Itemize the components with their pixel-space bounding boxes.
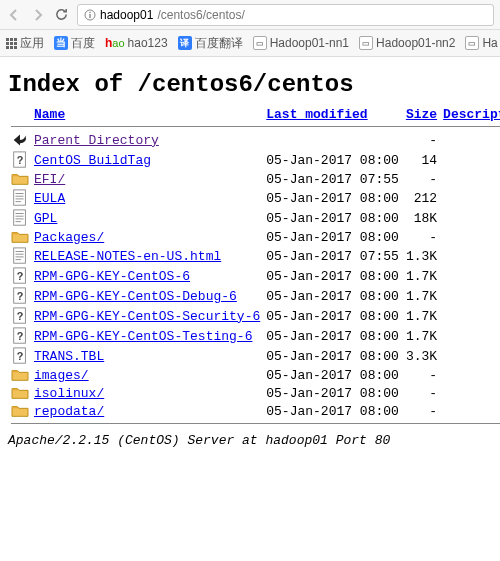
svg-point-1 <box>89 11 91 13</box>
bookmark-baidu-fanyi[interactable]: 译百度翻译 <box>178 35 243 52</box>
doc-icon: ▭ <box>465 36 479 50</box>
size: 18K <box>402 208 440 228</box>
last-modified: 05-Jan-2017 08:00 <box>263 188 402 208</box>
size: 1.7K <box>402 286 440 306</box>
size: - <box>402 366 440 384</box>
directory-listing: Name Last modified Size Description Pare… <box>8 106 500 427</box>
last-modified: 05-Jan-2017 08:00 <box>263 266 402 286</box>
bookmark-label: Hadoop01-nn1 <box>270 36 349 50</box>
page-title: Index of /centos6/centos <box>8 71 492 98</box>
size: 1.7K <box>402 306 440 326</box>
apps-label: 应用 <box>20 35 44 52</box>
description <box>440 366 500 384</box>
browser-toolbar: hadoop01/centos6/centos/ <box>0 0 500 30</box>
unknown-icon: ? <box>8 346 31 366</box>
last-modified: 05-Jan-2017 08:00 <box>263 384 402 402</box>
svg-rect-15 <box>14 248 26 263</box>
table-row: ?RPM-GPG-KEY-CentOS-Debug-605-Jan-2017 0… <box>8 286 500 306</box>
file-link[interactable]: RPM-GPG-KEY-CentOS-Debug-6 <box>34 289 237 304</box>
header-row: Name Last modified Size Description <box>8 106 500 123</box>
description <box>440 346 500 366</box>
last-modified: 05-Jan-2017 08:00 <box>263 402 402 420</box>
bookmark-hadoop-nn1[interactable]: ▭Hadoop01-nn1 <box>253 36 349 50</box>
sort-description[interactable]: Description <box>443 107 500 122</box>
size: - <box>402 384 440 402</box>
text-icon <box>8 208 31 228</box>
size: - <box>402 170 440 188</box>
table-row: EULA05-Jan-2017 08:00212 <box>8 188 500 208</box>
svg-text:?: ? <box>17 310 24 322</box>
file-link[interactable]: CentOS_BuildTag <box>34 153 151 168</box>
file-link[interactable]: Parent Directory <box>34 133 159 148</box>
table-row: repodata/05-Jan-2017 08:00- <box>8 402 500 420</box>
file-link[interactable]: isolinux/ <box>34 386 104 401</box>
description <box>440 246 500 266</box>
file-link[interactable]: EULA <box>34 191 65 206</box>
last-modified: 05-Jan-2017 08:00 <box>263 366 402 384</box>
table-row: Packages/05-Jan-2017 08:00- <box>8 228 500 246</box>
folder-icon <box>8 228 31 246</box>
size: 1.7K <box>402 326 440 346</box>
bookmark-label: 百度翻译 <box>195 35 243 52</box>
size: 1.3K <box>402 246 440 266</box>
table-row: GPL05-Jan-2017 08:0018K <box>8 208 500 228</box>
file-link[interactable]: images/ <box>34 368 89 383</box>
file-link[interactable]: RPM-GPG-KEY-CentOS-6 <box>34 269 190 284</box>
bookmark-hadoop-nn2[interactable]: ▭Hadoop01-nn2 <box>359 36 455 50</box>
back-icon <box>8 130 31 150</box>
last-modified: 05-Jan-2017 08:00 <box>263 306 402 326</box>
description <box>440 266 500 286</box>
svg-text:?: ? <box>17 270 24 282</box>
size: 1.7K <box>402 266 440 286</box>
table-row: ?RPM-GPG-KEY-CentOS-605-Jan-2017 08:001.… <box>8 266 500 286</box>
svg-rect-5 <box>14 190 26 205</box>
folder-icon <box>8 170 31 188</box>
bookmark-baidu[interactable]: 当百度 <box>54 35 95 52</box>
sort-last-modified[interactable]: Last modified <box>266 107 367 122</box>
file-link[interactable]: GPL <box>34 211 57 226</box>
table-row: EFI/05-Jan-2017 07:55- <box>8 170 500 188</box>
table-row: RELEASE-NOTES-en-US.html05-Jan-2017 07:5… <box>8 246 500 266</box>
unknown-icon: ? <box>8 266 31 286</box>
file-link[interactable]: RPM-GPG-KEY-CentOS-Security-6 <box>34 309 260 324</box>
folder-icon <box>8 384 31 402</box>
last-modified: 05-Jan-2017 08:00 <box>263 326 402 346</box>
file-link[interactable]: Packages/ <box>34 230 104 245</box>
bookmark-label: Ha <box>482 36 497 50</box>
unknown-icon: ? <box>8 306 31 326</box>
file-link[interactable]: RPM-GPG-KEY-CentOS-Testing-6 <box>34 329 252 344</box>
table-row: images/05-Jan-2017 08:00- <box>8 366 500 384</box>
page-info-icon[interactable] <box>84 9 96 21</box>
file-link[interactable]: TRANS.TBL <box>34 349 104 364</box>
unknown-icon: ? <box>8 286 31 306</box>
bookmark-ha-truncated[interactable]: ▭Ha <box>465 36 497 50</box>
svg-text:?: ? <box>17 330 24 342</box>
last-modified: 05-Jan-2017 08:00 <box>263 150 402 170</box>
forward-button[interactable] <box>30 7 46 23</box>
back-button[interactable] <box>6 7 22 23</box>
file-link[interactable]: repodata/ <box>34 404 104 419</box>
hao123-icon: hao <box>105 36 125 50</box>
bookmark-hao123[interactable]: haohao123 <box>105 36 168 50</box>
server-signature: Apache/2.2.15 (CentOS) Server at hadoop0… <box>8 433 492 448</box>
unknown-icon: ? <box>8 326 31 346</box>
description <box>440 228 500 246</box>
apps-button[interactable]: 应用 <box>6 35 44 52</box>
description <box>440 208 500 228</box>
last-modified: 05-Jan-2017 08:00 <box>263 228 402 246</box>
table-row: ?TRANS.TBL05-Jan-2017 08:003.3K <box>8 346 500 366</box>
file-link[interactable]: EFI/ <box>34 172 65 187</box>
url-bar[interactable]: hadoop01/centos6/centos/ <box>77 4 494 26</box>
svg-rect-2 <box>89 14 90 18</box>
last-modified <box>263 130 402 150</box>
description <box>440 130 500 150</box>
reload-button[interactable] <box>54 7 69 22</box>
url-host: hadoop01 <box>100 8 153 22</box>
sort-name[interactable]: Name <box>34 107 65 122</box>
size: - <box>402 130 440 150</box>
description <box>440 306 500 326</box>
file-link[interactable]: RELEASE-NOTES-en-US.html <box>34 249 221 264</box>
sort-size[interactable]: Size <box>406 107 437 122</box>
description <box>440 384 500 402</box>
unknown-icon: ? <box>8 150 31 170</box>
